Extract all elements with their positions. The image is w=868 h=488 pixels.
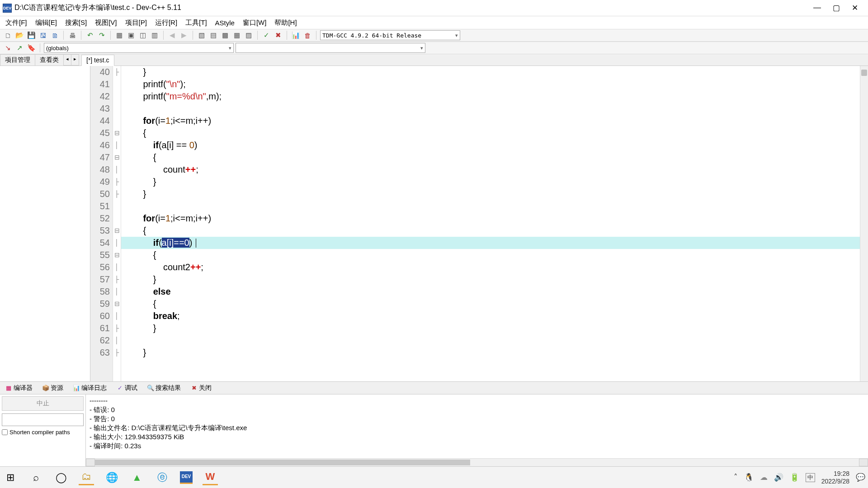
start-button[interactable]: ⊞	[3, 470, 18, 485]
editor-vscrollbar[interactable]	[860, 66, 868, 381]
menu-run[interactable]: 运行[R]	[153, 18, 179, 28]
clock-time: 19:28	[821, 470, 849, 478]
menu-window[interactable]: 窗口[W]	[241, 18, 269, 28]
check-icon[interactable]: ✓	[261, 30, 271, 40]
save-as-icon[interactable]: 🗎	[50, 30, 60, 40]
save-all-icon[interactable]: 🖫	[38, 30, 48, 40]
notifications-icon[interactable]: 💬	[856, 473, 865, 482]
bottom-tab-compiler[interactable]: ▦编译器	[2, 383, 36, 394]
explorer-taskbar-icon[interactable]: 🗂	[79, 470, 94, 485]
menu-tools[interactable]: 工具[T]	[184, 18, 209, 28]
debug-into-icon[interactable]: ▤	[208, 30, 218, 40]
print-icon[interactable]: 🖶	[67, 30, 77, 40]
cancel-icon[interactable]: ✖	[273, 30, 283, 40]
menu-search[interactable]: 搜索[S]	[63, 18, 89, 28]
tray-chevron-icon[interactable]: ˄	[734, 473, 738, 482]
debug-step-icon[interactable]: ▧	[197, 30, 207, 40]
bottom-tab-search-results[interactable]: 🔍搜索结果	[144, 383, 184, 394]
nav-back-icon[interactable]: ◀	[167, 30, 177, 40]
tab-nav-left-icon[interactable]: ◂	[63, 54, 71, 66]
wps-taskbar-icon[interactable]: W	[203, 470, 218, 485]
title-bar: DEV D:\C语言课程笔记\专升本编译\test.c - Dev-C++ 5.…	[0, 0, 868, 16]
taskbar-clock[interactable]: 19:28 2022/9/28	[821, 470, 849, 485]
compile-output[interactable]: --------- 错误: 0- 警告: 0- 输出文件名: D:\C语言课程笔…	[86, 394, 868, 458]
menu-project[interactable]: 项目[P]	[123, 18, 149, 28]
wechat-taskbar-icon[interactable]: ▲	[129, 470, 145, 485]
bottom-tab-debug[interactable]: ✓调试	[113, 383, 141, 394]
search-icon: 🔍	[147, 385, 154, 391]
member-select[interactable]	[236, 43, 425, 53]
scope-select[interactable]: (globals)	[44, 43, 234, 53]
close-icon: ✖	[191, 385, 197, 391]
shorten-paths-checkbox[interactable]: Shorten compiler paths	[2, 429, 84, 436]
bottom-tab-strip: ▦编译器 📦资源 📊编译日志 ✓调试 🔍搜索结果 ✖关闭	[0, 381, 868, 394]
menu-help[interactable]: 帮助[H]	[273, 18, 298, 28]
compiler-select[interactable]: TDM-GCC 4.9.2 64-bit Release	[320, 30, 460, 40]
bottom-tab-resources[interactable]: 📦资源	[39, 383, 67, 394]
filter-input[interactable]	[2, 413, 84, 426]
tray-battery-icon[interactable]: 🔋	[790, 473, 799, 482]
debug-over-icon[interactable]: ▩	[220, 30, 230, 40]
menu-bar: 文件[F] 编辑[E] 搜索[S] 视图[V] 项目[P] 运行[R] 工具[T…	[0, 16, 868, 29]
new-file-icon[interactable]: 🗋	[3, 30, 13, 40]
save-icon[interactable]: 💾	[26, 30, 36, 40]
grid-icon: ▦	[5, 385, 12, 391]
windows-taskbar: ⊞ ⌕ ◯ 🗂 🌐 ▲ ⓔ DEV W ˄ 🐧 ☁ 🔊 🔋 中 19:28 20…	[0, 466, 868, 488]
run-icon[interactable]: ▣	[126, 30, 136, 40]
edge-taskbar-icon[interactable]: 🌐	[104, 470, 119, 485]
abort-button[interactable]: 中止	[2, 396, 84, 411]
compiler-select-value: TDM-GCC 4.9.2 64-bit Release	[322, 32, 421, 39]
chart-icon: 📊	[73, 385, 80, 391]
profile-icon[interactable]: 📊	[291, 30, 301, 40]
output-hscrollbar[interactable]	[86, 458, 868, 466]
tray-ime-indicator[interactable]: 中	[806, 473, 815, 482]
search-button[interactable]: ⌕	[28, 470, 43, 485]
goto-next-icon[interactable]: ↘	[3, 43, 13, 53]
compile-icon[interactable]: ▦	[114, 30, 124, 40]
project-sidebar[interactable]	[0, 66, 90, 381]
code-editor[interactable]: 4041424344454647484950515253545556575859…	[90, 66, 868, 381]
tab-strip: 项目管理 查看类 ◂ ▸ [*] test.c	[0, 54, 868, 66]
menu-edit[interactable]: 编辑[E]	[33, 18, 59, 28]
scope-select-value: (globals)	[46, 45, 69, 52]
tab-nav-right-icon[interactable]: ▸	[71, 54, 79, 66]
bottom-tab-close[interactable]: ✖关闭	[187, 383, 215, 394]
minimize-button[interactable]: —	[813, 3, 821, 13]
check-icon: ✓	[117, 385, 123, 391]
bookmark-icon[interactable]: 🔖	[26, 43, 36, 53]
tray-onedrive-icon[interactable]: ☁	[760, 473, 768, 482]
devcpp-taskbar-icon[interactable]: DEV	[180, 471, 193, 484]
shorten-paths-label: Shorten compiler paths	[9, 429, 70, 436]
debug-out-icon[interactable]: ▦	[232, 30, 242, 40]
nav-fwd-icon[interactable]: ▶	[179, 30, 189, 40]
open-file-icon[interactable]: 📂	[14, 30, 24, 40]
menu-astyle[interactable]: AStyle	[213, 18, 236, 28]
compile-run-icon[interactable]: ◫	[138, 30, 148, 40]
task-view-button[interactable]: ◯	[53, 470, 69, 485]
bottom-tab-compile-log[interactable]: 📊编译日志	[70, 383, 110, 394]
toolbar-nav: ↘ ↗ 🔖 (globals)	[0, 42, 868, 54]
editor-tab-test-c[interactable]: [*] test.c	[81, 55, 114, 66]
ie-taskbar-icon[interactable]: ⓔ	[155, 470, 170, 485]
side-tab-classes[interactable]: 查看类	[35, 54, 64, 66]
maximize-button[interactable]: ▢	[833, 3, 840, 13]
goto-prev-icon[interactable]: ↗	[14, 43, 24, 53]
menu-view[interactable]: 视图[V]	[93, 18, 118, 28]
undo-icon[interactable]: ↶	[85, 30, 95, 40]
clock-date: 2022/9/28	[821, 478, 849, 485]
toolbar-main: 🗋 📂 💾 🖫 🗎 🖶 ↶ ↷ ▦ ▣ ◫ ▥ ◀ ▶ ▧ ▤ ▩ ▦ ▨ ✓ …	[0, 29, 868, 42]
debug-stop-icon[interactable]: ▨	[244, 30, 254, 40]
menu-file[interactable]: 文件[F]	[4, 18, 29, 28]
redo-icon[interactable]: ↷	[97, 30, 107, 40]
side-tab-project[interactable]: 项目管理	[0, 54, 35, 66]
tray-volume-icon[interactable]: 🔊	[774, 473, 783, 482]
app-icon: DEV	[3, 4, 12, 13]
window-title: D:\C语言课程笔记\专升本编译\test.c - Dev-C++ 5.11	[14, 3, 813, 13]
rebuild-icon[interactable]: ▥	[150, 30, 160, 40]
close-button[interactable]: ✕	[852, 3, 858, 13]
tray-qq-icon[interactable]: 🐧	[744, 473, 754, 482]
delete-profile-icon[interactable]: 🗑	[302, 30, 312, 40]
compile-log-panel: 中止 Shorten compiler paths --------- 错误: …	[0, 394, 868, 466]
package-icon: 📦	[42, 385, 49, 391]
